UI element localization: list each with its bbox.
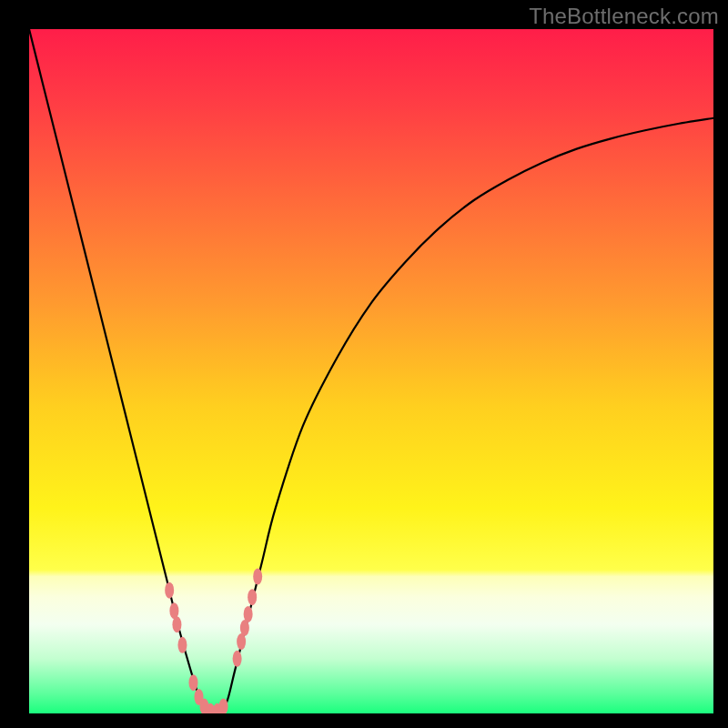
curve-marker xyxy=(188,674,197,691)
plot-background xyxy=(29,29,713,713)
curve-marker xyxy=(165,582,174,599)
curve-marker xyxy=(248,589,257,605)
curve-marker xyxy=(172,616,181,632)
outer-frame: TheBottleneck.com xyxy=(0,0,728,728)
watermark-text: TheBottleneck.com xyxy=(529,4,719,29)
chart-svg xyxy=(0,0,728,728)
curve-marker xyxy=(219,698,228,714)
curve-marker xyxy=(244,606,253,622)
curve-marker xyxy=(233,651,242,667)
curve-marker xyxy=(253,569,262,585)
curve-marker xyxy=(177,637,187,653)
